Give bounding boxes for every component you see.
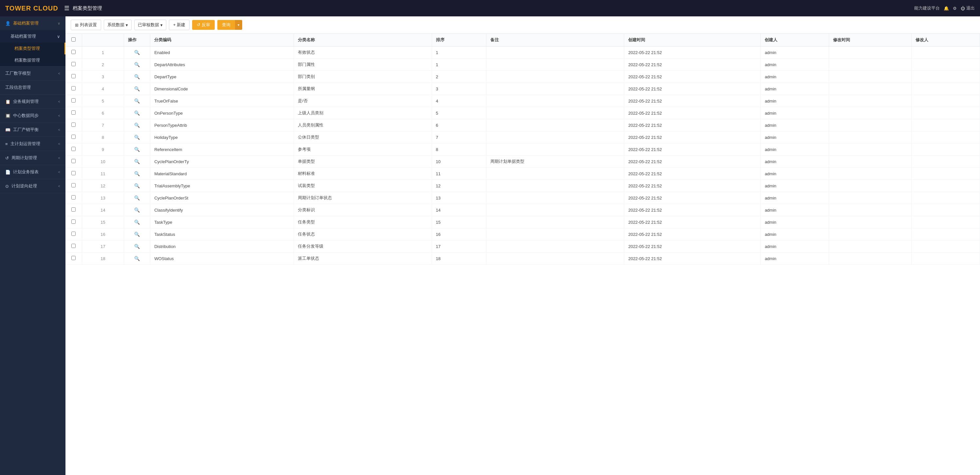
row-checkbox[interactable] xyxy=(65,204,82,216)
select-all-checkbox[interactable] xyxy=(72,37,76,41)
row-creator: admin xyxy=(761,216,829,228)
fanshen-button[interactable]: ↺ 反审 xyxy=(192,20,215,30)
sidebar-item-danganxinglei[interactable]: 档案类型管理 xyxy=(0,43,65,54)
row-checkbox[interactable] xyxy=(65,131,82,143)
row-search-icon[interactable]: 🔍 xyxy=(134,86,140,91)
row-checkbox[interactable] xyxy=(65,143,82,156)
row-search-icon[interactable]: 🔍 xyxy=(134,98,140,104)
row-op[interactable]: 🔍 xyxy=(124,204,150,216)
row-search-icon[interactable]: 🔍 xyxy=(134,207,140,213)
logout-button[interactable]: ⏻ 退出 xyxy=(961,5,975,11)
row-sort: 15 xyxy=(432,216,487,228)
sidebar-sub-item-jichudangan2[interactable]: 基础档案管理 ∨ xyxy=(0,30,65,43)
row-created-time: 2022-05-22 21:52 xyxy=(624,143,761,156)
row-checkbox[interactable] xyxy=(65,95,82,107)
row-checkbox[interactable] xyxy=(65,192,82,204)
row-checkbox[interactable] xyxy=(65,59,82,71)
row-modified-time xyxy=(829,228,912,241)
row-search-icon[interactable]: 🔍 xyxy=(134,135,140,140)
row-remark xyxy=(487,204,624,216)
chevron-nixiang-icon: < xyxy=(58,184,60,188)
row-name: 上级人员类别 xyxy=(294,107,432,119)
col-header-modified-time: 修改时间 xyxy=(829,34,912,46)
row-search-icon[interactable]: 🔍 xyxy=(134,220,140,225)
col-settings-button[interactable]: ⊞ 列表设置 xyxy=(71,20,101,30)
row-op[interactable]: 🔍 xyxy=(124,143,150,156)
row-op[interactable]: 🔍 xyxy=(124,228,150,241)
sidebar-item-gongduan[interactable]: 工段信息管理 xyxy=(0,81,65,94)
row-checkbox[interactable] xyxy=(65,156,82,168)
row-op[interactable]: 🔍 xyxy=(124,107,150,119)
row-modified-time xyxy=(829,241,912,253)
table-row: 6 🔍 OnPersonType 上级人员类别 5 2022-05-22 21:… xyxy=(65,107,980,119)
row-op[interactable]: 🔍 xyxy=(124,168,150,180)
row-op[interactable]: 🔍 xyxy=(124,71,150,83)
row-search-icon[interactable]: 🔍 xyxy=(134,244,140,249)
row-creator: admin xyxy=(761,168,829,180)
row-checkbox[interactable] xyxy=(65,107,82,119)
row-search-icon[interactable]: 🔍 xyxy=(134,110,140,116)
row-search-icon[interactable]: 🔍 xyxy=(134,123,140,128)
row-checkbox[interactable] xyxy=(65,46,82,59)
settings-icon[interactable]: ⚙ xyxy=(953,6,957,11)
row-op[interactable]: 🔍 xyxy=(124,180,150,192)
row-created-time: 2022-05-22 21:52 xyxy=(624,119,761,131)
row-checkbox[interactable] xyxy=(65,180,82,192)
row-modifier xyxy=(911,168,980,180)
sidebar-item-yewuguize[interactable]: 📋 业务规则管理 < xyxy=(0,95,65,108)
row-search-icon[interactable]: 🔍 xyxy=(134,232,140,237)
row-search-icon[interactable]: 🔍 xyxy=(134,195,140,201)
row-name: 试装类型 xyxy=(294,180,432,192)
system-data-select[interactable]: 系统数据 ▾ xyxy=(104,20,132,30)
row-op[interactable]: 🔍 xyxy=(124,241,150,253)
chaxun-arrow-button[interactable]: ▾ xyxy=(235,20,242,30)
row-op[interactable]: 🔍 xyxy=(124,119,150,131)
row-no: 6 xyxy=(82,107,124,119)
row-op[interactable]: 🔍 xyxy=(124,253,150,265)
row-search-icon[interactable]: 🔍 xyxy=(134,171,140,176)
sidebar-item-danganshuji[interactable]: 档案数据管理 xyxy=(0,54,65,66)
row-op[interactable]: 🔍 xyxy=(124,83,150,95)
row-search-icon[interactable]: 🔍 xyxy=(134,183,140,188)
row-checkbox[interactable] xyxy=(65,71,82,83)
book-icon: 📖 xyxy=(5,128,11,132)
row-checkbox[interactable] xyxy=(65,241,82,253)
row-code: CyclePlanOrderSt xyxy=(150,192,294,204)
row-op[interactable]: 🔍 xyxy=(124,192,150,204)
sidebar-item-zhujihau[interactable]: ≡ 主计划运营管理 < xyxy=(0,137,65,151)
row-checkbox[interactable] xyxy=(65,119,82,131)
row-op[interactable]: 🔍 xyxy=(124,95,150,107)
sidebar-item-jihuabao[interactable]: 📄 计划业务报表 < xyxy=(0,165,65,179)
sidebar-item-nixiang[interactable]: ⊙ 计划逆向处理 < xyxy=(0,179,65,193)
row-op[interactable]: 🔍 xyxy=(124,46,150,59)
row-checkbox[interactable] xyxy=(65,83,82,95)
new-button[interactable]: + 新建 xyxy=(169,20,189,30)
sidebar-item-gongchangshuzi[interactable]: 工厂数字模型 < xyxy=(0,67,65,80)
sidebar-item-zhongxin[interactable]: 🔲 中心数据同步 < xyxy=(0,109,65,123)
row-search-icon[interactable]: 🔍 xyxy=(134,74,140,79)
row-op[interactable]: 🔍 xyxy=(124,216,150,228)
row-op[interactable]: 🔍 xyxy=(124,156,150,168)
row-remark xyxy=(487,216,624,228)
row-search-icon[interactable]: 🔍 xyxy=(134,147,140,152)
chaxun-button[interactable]: 查询 xyxy=(217,20,235,30)
chevron-sub-icon: ∨ xyxy=(57,34,60,39)
audited-data-select[interactable]: 已审核数据 ▾ xyxy=(134,20,166,30)
sidebar-sub-sub-jichudangan: 档案类型管理 档案数据管理 xyxy=(0,43,65,66)
row-no: 15 xyxy=(82,216,124,228)
sidebar-item-chanxiao[interactable]: 📖 工厂产销平衡 < xyxy=(0,123,65,137)
row-search-icon[interactable]: 🔍 xyxy=(134,256,140,261)
row-checkbox[interactable] xyxy=(65,228,82,241)
row-search-icon[interactable]: 🔍 xyxy=(134,159,140,164)
hamburger-icon[interactable]: ☰ xyxy=(64,5,69,12)
row-search-icon[interactable]: 🔍 xyxy=(134,50,140,55)
sidebar-item-zhouqi[interactable]: ↺ 周期计划管理 < xyxy=(0,151,65,165)
row-search-icon[interactable]: 🔍 xyxy=(134,62,140,67)
row-checkbox[interactable] xyxy=(65,168,82,180)
sidebar-item-jichudangan[interactable]: 👤 基础档案管理 ∨ xyxy=(0,16,65,30)
notification-icon[interactable]: 🔔 xyxy=(943,6,949,11)
row-checkbox[interactable] xyxy=(65,253,82,265)
row-checkbox[interactable] xyxy=(65,216,82,228)
row-op[interactable]: 🔍 xyxy=(124,59,150,71)
row-op[interactable]: 🔍 xyxy=(124,131,150,143)
